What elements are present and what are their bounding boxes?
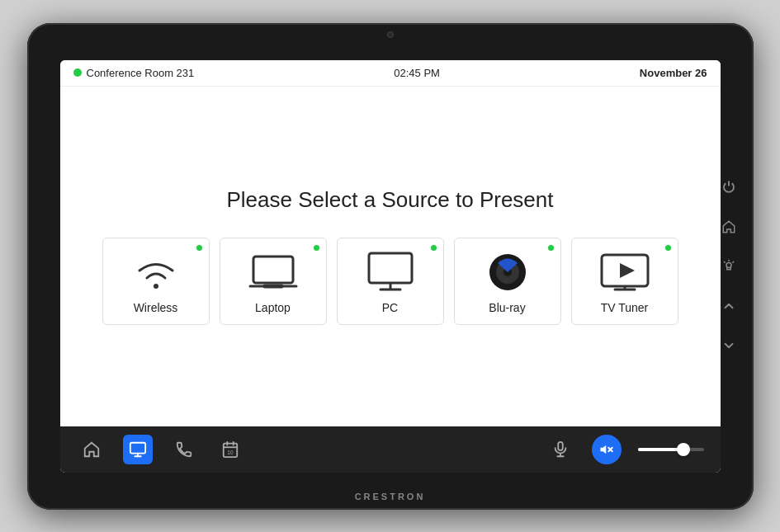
source-card-pc[interactable]: PC [337,238,444,325]
camera-bar [387,31,394,38]
bottom-phone-button[interactable] [169,435,199,464]
pc-icon [364,252,417,293]
svg-line-30 [724,261,725,262]
bottom-calendar-button[interactable]: 10 [215,435,245,464]
svg-marker-25 [600,445,606,454]
device-frame: Conference Room 231 02:45 PM November 26… [27,23,754,510]
side-up-button[interactable] [716,293,742,319]
card-status-bluray [548,245,554,251]
source-card-bluray[interactable]: Blu-ray [454,238,561,325]
brand-label: CRESTRON [355,492,426,501]
screen: Conference Room 231 02:45 PM November 26… [60,60,721,473]
camera-dot [387,31,394,38]
tv-icon [598,252,651,293]
volume-slider-section [638,448,704,451]
date-display: November 26 [640,67,707,79]
source-label-tvtuner: TV Tuner [601,301,649,314]
bottom-home-button[interactable] [77,435,106,464]
source-card-wireless[interactable]: Wireless [102,238,210,325]
card-status-pc [431,245,437,251]
status-indicator [73,68,82,77]
wifi-icon [130,252,182,293]
svg-rect-14 [130,442,144,453]
headline: Please Select a Source to Present [226,187,553,213]
source-label-wireless: Wireless [134,301,178,314]
card-status-tvtuner [665,245,671,251]
room-name-label: Conference Room 231 [87,67,195,79]
side-light-button[interactable] [716,253,742,280]
status-bar: Conference Room 231 02:45 PM November 26 [60,60,721,87]
source-label-bluray: Blu-ray [489,301,525,314]
slider-thumb[interactable] [677,443,690,456]
source-card-tvtuner[interactable]: TV Tuner [571,238,678,325]
svg-rect-4 [369,253,412,283]
side-buttons [716,174,742,359]
side-down-button[interactable] [716,332,742,359]
source-grid: Wireless Laptop [102,238,678,325]
svg-point-0 [154,284,158,289]
source-label-laptop: Laptop [255,301,291,314]
room-info: Conference Room 231 [73,67,195,79]
svg-rect-22 [558,441,563,450]
slider-track [638,448,704,451]
bottom-display-button[interactable] [123,435,153,464]
side-home-button[interactable] [716,214,742,240]
main-content: Please Select a Source to Present Wirele… [60,87,721,426]
svg-point-28 [726,262,731,267]
time-display: 02:45 PM [394,67,440,79]
svg-line-31 [732,261,733,262]
svg-marker-11 [620,263,635,278]
bottom-bar: 10 [60,426,721,473]
svg-rect-1 [253,257,293,283]
bluray-icon [481,252,534,293]
source-card-laptop[interactable]: Laptop [220,238,327,325]
side-power-button[interactable] [716,174,742,200]
card-status-laptop [314,245,319,251]
laptop-icon [247,252,300,293]
bottom-mic-button[interactable] [546,435,575,464]
volume-slider[interactable] [638,448,704,451]
source-label-pc: PC [382,301,398,314]
bottom-volume-mute-button[interactable] [592,435,622,464]
svg-text:10: 10 [227,450,234,455]
card-status-wireless [196,245,202,251]
